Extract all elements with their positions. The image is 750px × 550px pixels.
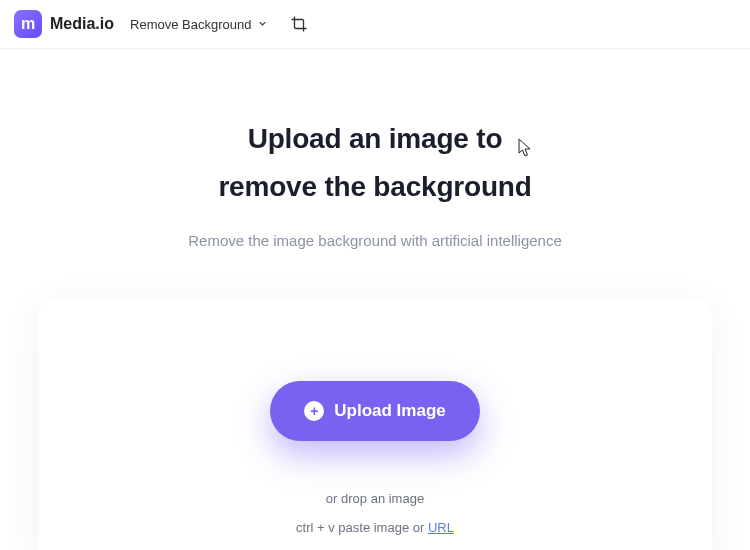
page-subtitle: Remove the image background with artific… (20, 232, 730, 249)
url-link[interactable]: URL (428, 520, 454, 535)
upload-button-label: Upload Image (334, 401, 445, 421)
title-line-2: remove the background (218, 171, 531, 202)
title-line-1: Upload an image to (248, 123, 503, 154)
drop-hint-text: or drop an image (58, 491, 692, 506)
brand-name: Media.io (50, 15, 114, 33)
paste-hint-text: ctrl + v paste image or (296, 520, 428, 535)
tool-dropdown[interactable]: Remove Background (130, 17, 268, 32)
plus-circle-icon: + (304, 401, 324, 421)
crop-tool-icon[interactable] (290, 15, 308, 33)
logo-icon: m (14, 10, 42, 38)
brand-logo[interactable]: m Media.io (14, 10, 114, 38)
paste-hint: ctrl + v paste image or URL (58, 520, 692, 535)
upload-image-button[interactable]: + Upload Image (270, 381, 479, 441)
hero-section: Upload an image to remove the background… (0, 49, 750, 273)
upload-card[interactable]: + Upload Image or drop an image ctrl + v… (38, 299, 712, 550)
page-title: Upload an image to remove the background (20, 115, 730, 210)
chevron-down-icon (257, 17, 268, 32)
tool-label: Remove Background (130, 17, 251, 32)
header-bar: m Media.io Remove Background (0, 0, 750, 49)
logo-letter: m (21, 15, 35, 33)
